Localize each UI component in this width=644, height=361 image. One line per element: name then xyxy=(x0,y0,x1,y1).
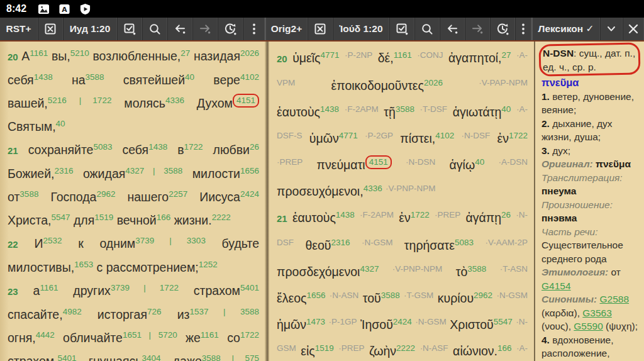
strongs-number[interactable]: 3588 xyxy=(86,72,104,82)
strongs-number[interactable]: 1722 xyxy=(411,210,430,219)
word-token[interactable]: милостивы, xyxy=(8,260,74,274)
strongs-number[interactable]: 4102 xyxy=(240,72,259,82)
word-token[interactable]: вашей, xyxy=(8,96,48,110)
strongs-number[interactable]: 4771 xyxy=(320,50,339,60)
strongs-number[interactable]: 2424 xyxy=(240,189,259,199)
word-token[interactable]: πίστει, xyxy=(400,131,435,145)
strongs-number[interactable]: 5547 xyxy=(494,317,513,326)
word-token[interactable]: вы, xyxy=(52,49,70,63)
morphology-code[interactable]: ·P-2GP xyxy=(365,131,393,140)
word-token[interactable]: ἁγιωτάτῃ xyxy=(453,105,502,119)
word-token[interactable]: вере xyxy=(213,73,240,87)
morphology-code[interactable]: ·T-DSF xyxy=(420,104,448,114)
word-token[interactable]: будьте xyxy=(222,236,259,250)
strongs-number[interactable]: 1161 xyxy=(394,50,412,60)
strongs-number[interactable]: 166 xyxy=(157,213,171,222)
word-token[interactable]: страхом xyxy=(194,284,240,297)
strongs-number[interactable]: 40 xyxy=(501,104,511,114)
word-token[interactable]: πνεύματι xyxy=(317,158,365,172)
word-token[interactable]: ὑμεῖς xyxy=(292,51,320,65)
strongs-number[interactable]: 2316 xyxy=(331,238,350,247)
morphology-code[interactable]: ·N-DSN xyxy=(406,157,435,167)
word-token[interactable]: Божией, xyxy=(8,167,55,181)
word-token[interactable]: И xyxy=(34,236,43,250)
word-token[interactable]: возлюбленные, xyxy=(92,49,180,63)
strongs-number[interactable]: 1161 xyxy=(201,330,219,340)
morphology-code[interactable]: ·N-DSF xyxy=(462,131,491,140)
word-token[interactable]: κυρίου xyxy=(438,291,474,305)
word-token[interactable]: себя xyxy=(122,143,148,157)
morphology-code[interactable]: ·N-ASN xyxy=(330,291,359,300)
strongs-number[interactable]: 3739 | 1722 xyxy=(111,283,179,292)
strongs-number[interactable]: 1722 xyxy=(184,142,203,152)
strongs-number[interactable]: 726 xyxy=(147,307,162,316)
strongs-number[interactable]: 3588 xyxy=(19,189,38,199)
word-token[interactable]: в xyxy=(177,143,184,157)
strongs-number[interactable]: 5083 xyxy=(455,238,474,247)
word-token[interactable]: рассмотрением; xyxy=(106,260,199,274)
word-token[interactable]: гнушаясь xyxy=(89,354,142,361)
morphology-code[interactable]: ·V-PAP-NPM xyxy=(479,78,528,87)
bookmarks-check-icon[interactable] xyxy=(117,18,142,40)
strongs-number[interactable]: 1519 xyxy=(315,343,334,353)
word-token[interactable]: προσευχόμενοι, xyxy=(277,184,364,198)
strongs-number[interactable]: 1722 xyxy=(240,330,259,340)
word-token[interactable]: жизни. xyxy=(174,213,212,227)
strongs-number[interactable]: 2222 xyxy=(212,213,231,222)
strongs-number[interactable]: 2962 xyxy=(474,291,492,300)
morphology-code[interactable]: ·N-GSM xyxy=(497,291,528,300)
word-token[interactable]: τὸ xyxy=(456,265,468,279)
word-token[interactable]: с xyxy=(97,260,103,274)
strongs-number[interactable]: 4982 xyxy=(63,307,82,316)
morphology-code[interactable]: ·P-2NP xyxy=(345,50,372,60)
column-divider[interactable] xyxy=(265,42,269,361)
word-token[interactable]: одним xyxy=(99,236,135,250)
word-token[interactable]: для xyxy=(74,213,94,227)
history-icon[interactable] xyxy=(490,18,515,40)
morphology-code[interactable]: ·T-ASN xyxy=(500,264,528,274)
word-token[interactable]: ἑαυτοὺς xyxy=(277,105,320,119)
morphology-code[interactable]: ·N-ASF xyxy=(420,343,448,353)
strongs-number[interactable]: 1252 xyxy=(199,260,218,269)
strongs-number[interactable]: 1722 xyxy=(509,131,528,140)
word-token[interactable]: любви xyxy=(213,143,250,157)
morphology-code[interactable]: ·V-PNP-NPM xyxy=(392,264,443,274)
verse-number[interactable]: 20 xyxy=(8,52,18,62)
strongs-number[interactable]: 40 xyxy=(56,119,65,128)
strongs-number[interactable]: 4336 xyxy=(165,96,184,105)
strongs-link[interactable]: G2588 xyxy=(600,294,630,304)
strongs-number[interactable]: 4442 xyxy=(36,330,55,340)
strongs-number[interactable]: 40 xyxy=(475,157,484,167)
strongs-number[interactable]: 27 xyxy=(502,50,511,60)
word-token[interactable]: ζωὴν xyxy=(369,344,396,358)
strongs-number[interactable]: | 1722 xyxy=(79,96,112,105)
word-token[interactable]: προσδεχόμενοι xyxy=(277,265,360,279)
word-token[interactable]: Святым, xyxy=(8,119,56,133)
search-icon[interactable] xyxy=(142,18,167,40)
module-selector-rst[interactable]: RST+ xyxy=(0,18,38,40)
word-token[interactable]: ὑμῶν xyxy=(309,131,339,145)
strongs-number[interactable]: 5401 xyxy=(58,353,77,361)
bookmarks-check-icon[interactable] xyxy=(389,18,414,40)
strongs-number[interactable]: 3588 xyxy=(396,104,414,114)
morphology-code[interactable]: ·PREP xyxy=(277,157,303,167)
back-icon[interactable] xyxy=(440,18,465,40)
strongs-number[interactable]: 2962 xyxy=(96,189,115,199)
morphology-code[interactable]: ·V-AAM-2P xyxy=(485,238,528,247)
word-token[interactable]: Духом xyxy=(197,96,233,110)
strongs-number[interactable]: 4771 xyxy=(339,131,358,140)
collapse-chevron-icon[interactable] xyxy=(600,18,623,40)
word-token[interactable]: θεοῦ xyxy=(305,238,331,252)
word-token[interactable]: Χριστοῦ xyxy=(450,318,493,331)
strongs-number[interactable]: 4102 xyxy=(435,131,454,140)
word-token[interactable]: Христа, xyxy=(8,213,51,227)
word-token[interactable]: исторгая xyxy=(97,308,147,321)
strongs-number[interactable]: 4327 xyxy=(360,264,379,274)
morphology-code[interactable]: ·N-GSM xyxy=(362,238,393,247)
word-token[interactable]: вечной xyxy=(117,213,157,227)
strongs-number[interactable]: 1438 xyxy=(320,104,339,114)
morphology-code[interactable]: ·F-2APM xyxy=(360,210,394,219)
word-token[interactable]: на xyxy=(72,73,86,87)
strongs-number[interactable]: 1656 xyxy=(306,291,325,300)
kebab-menu-icon[interactable] xyxy=(243,18,265,40)
